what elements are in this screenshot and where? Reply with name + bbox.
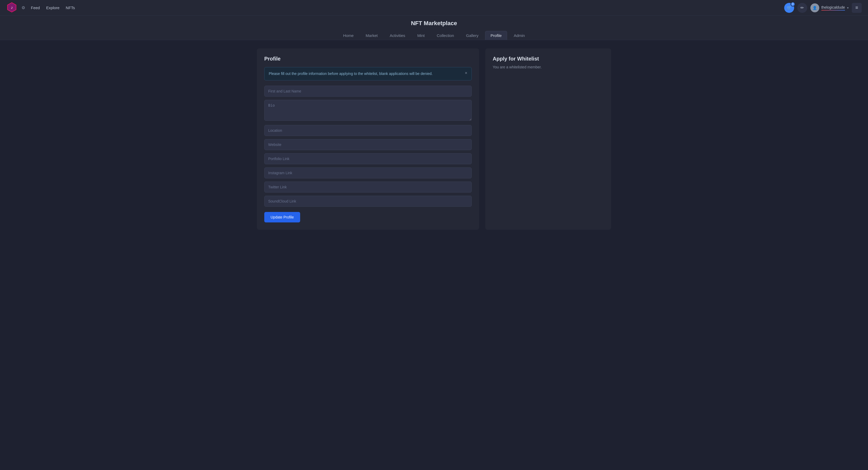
instagram-field-group bbox=[264, 168, 472, 178]
instagram-input[interactable] bbox=[264, 168, 472, 178]
tab-mint[interactable]: Mint bbox=[412, 31, 430, 40]
cart-button[interactable]: 🛒 0 bbox=[784, 3, 794, 13]
portfolio-input[interactable] bbox=[264, 153, 472, 164]
chevron-down-icon: ▾ bbox=[847, 6, 848, 10]
website-input[interactable] bbox=[264, 139, 472, 150]
nav-right: 🛒 0 ✏ 👤 thelogicaldude ▾ ≡ bbox=[784, 3, 862, 13]
alert-text: Please fill out the profile information … bbox=[269, 71, 433, 77]
nav-nfts[interactable]: NFTs bbox=[63, 4, 78, 11]
avatar: 👤 bbox=[810, 3, 819, 12]
edit-button[interactable]: ✏ bbox=[797, 3, 807, 13]
tab-market[interactable]: Market bbox=[360, 31, 383, 40]
tab-home[interactable]: Home bbox=[338, 31, 359, 40]
tab-gallery[interactable]: Gallery bbox=[461, 31, 484, 40]
tab-activities[interactable]: Activities bbox=[384, 31, 411, 40]
nav-feed[interactable]: Feed bbox=[28, 4, 42, 11]
soundcloud-input[interactable] bbox=[264, 196, 472, 207]
name-input[interactable] bbox=[264, 86, 472, 97]
location-input[interactable] bbox=[264, 125, 472, 136]
twitter-field-group bbox=[264, 181, 472, 193]
soundcloud-field-group bbox=[264, 196, 472, 207]
user-section[interactable]: 👤 thelogicaldude ▾ bbox=[810, 3, 848, 12]
alert-close-button[interactable]: × bbox=[462, 71, 467, 75]
twitter-input[interactable] bbox=[264, 181, 472, 193]
page-title: NFT Marketplace bbox=[411, 20, 457, 27]
location-field-group bbox=[264, 125, 472, 136]
name-field-group bbox=[264, 86, 472, 97]
bio-input[interactable] bbox=[264, 100, 472, 121]
profile-card-title: Profile bbox=[264, 56, 472, 62]
bio-field-group bbox=[264, 100, 472, 122]
logo[interactable]: ♪ bbox=[6, 2, 17, 14]
tab-profile[interactable]: Profile bbox=[485, 31, 507, 40]
gear-icon[interactable]: ⚙ bbox=[22, 5, 25, 10]
whitelist-card: Apply for Whitelist You are a whiteliste… bbox=[485, 49, 611, 230]
cart-badge: 0 bbox=[790, 2, 795, 6]
secondary-navigation: NFT Marketplace Home Market Activities M… bbox=[0, 16, 868, 40]
main-content: Profile Please fill out the profile info… bbox=[251, 40, 617, 238]
nav-tabs: Home Market Activities Mint Collection G… bbox=[335, 31, 533, 40]
update-profile-button[interactable]: Update Profile bbox=[264, 212, 300, 223]
whitelist-status-text: You are a whitelisted member. bbox=[493, 65, 604, 69]
hamburger-button[interactable]: ≡ bbox=[852, 3, 862, 13]
whitelist-title: Apply for Whitelist bbox=[493, 56, 604, 62]
top-nav-links: ⚙ Feed Explore NFTs bbox=[22, 4, 784, 11]
profile-card: Profile Please fill out the profile info… bbox=[257, 49, 479, 230]
alert-banner: Please fill out the profile information … bbox=[264, 67, 472, 81]
portfolio-field-group bbox=[264, 153, 472, 164]
svg-text:♪: ♪ bbox=[11, 5, 13, 10]
tab-admin[interactable]: Admin bbox=[508, 31, 530, 40]
tab-collection[interactable]: Collection bbox=[431, 31, 459, 40]
top-navigation: ♪ ⚙ Feed Explore NFTs 🛒 0 ✏ 👤 thelogical… bbox=[0, 0, 868, 16]
website-field-group bbox=[264, 139, 472, 150]
username: thelogicaldude bbox=[822, 5, 845, 10]
nav-explore[interactable]: Explore bbox=[43, 4, 62, 11]
